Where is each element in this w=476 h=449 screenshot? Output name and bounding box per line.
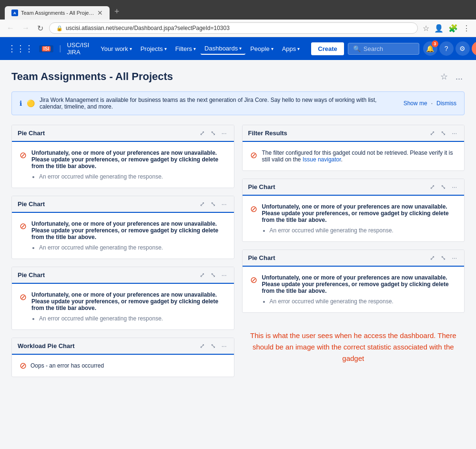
- forward-button[interactable]: →: [20, 23, 31, 33]
- page-header: Team Assignments - All Projects ☆ ...: [11, 70, 465, 84]
- gadget-fullscreen-right-1[interactable]: ⤡: [439, 183, 447, 191]
- more-options-button[interactable]: ⋮: [462, 23, 471, 34]
- address-bar[interactable]: 🔒 uscisi.atlassian.net/secure/Dashboard.…: [49, 22, 418, 34]
- gadget-more-3[interactable]: ···: [220, 271, 228, 279]
- logo-badge: ISI: [42, 46, 51, 51]
- gadget-title-workload: Workload Pie Chart: [18, 342, 75, 349]
- nav-menu: Your work ▾ Projects ▾ Filters ▾ Dashboa…: [97, 43, 304, 55]
- gadget-header-filter: Filter Results ⤢ ⤡ ···: [243, 125, 465, 142]
- url-text: uscisi.atlassian.net/secure/Dashboard.js…: [66, 25, 230, 31]
- banner-actions: Show me · Dismiss: [404, 100, 456, 107]
- gadget-body-1: ⊘ Unfortunately, one or more of your pre…: [12, 142, 234, 188]
- gadget-expand-2[interactable]: ⤢: [198, 200, 206, 208]
- gadget-controls-3: ⤢ ⤡ ···: [198, 271, 228, 279]
- gadget-body-filter: ⊘ The filter configured for this gadget …: [243, 142, 465, 170]
- dashboards-chevron: ▾: [239, 46, 242, 51]
- search-placeholder: Search: [364, 45, 383, 52]
- gadget-fullscreen-1[interactable]: ⤡: [209, 129, 217, 137]
- help-button[interactable]: ?: [439, 41, 454, 56]
- gadget-body-workload: ⊘ Oops - an error has occurred: [12, 355, 234, 377]
- pie-chart-gadget-right-1: Pie Chart ⤢ ⤡ ··· ⊘ Unfortunately, one o…: [242, 179, 465, 242]
- nav-apps-label: Apps: [282, 45, 296, 52]
- workload-error-text: Oops - an error has occurred: [30, 362, 104, 369]
- gadget-expand-3[interactable]: ⤢: [198, 271, 206, 279]
- star-button[interactable]: ☆: [438, 70, 450, 84]
- gadget-fullscreen-filter[interactable]: ⤡: [439, 129, 447, 137]
- new-tab-button[interactable]: +: [111, 4, 123, 20]
- gadget-expand-1[interactable]: ⤢: [198, 129, 206, 137]
- gadget-title-3: Pie Chart: [18, 271, 45, 279]
- create-button[interactable]: Create: [311, 42, 344, 55]
- error-text-right-2: Unfortunately, one or more of your prefe…: [262, 274, 457, 305]
- search-box[interactable]: 🔍 Search: [348, 43, 419, 55]
- gadget-more-filter[interactable]: ···: [450, 129, 458, 137]
- notifications-button[interactable]: 🔔 3: [423, 41, 437, 56]
- back-button[interactable]: ←: [5, 23, 16, 33]
- gadget-expand-workload[interactable]: ⤢: [198, 342, 206, 350]
- error-icon-2: ⊘: [20, 221, 27, 231]
- people-chevron: ▾: [271, 46, 273, 51]
- gadget-more-right-2[interactable]: ···: [450, 254, 458, 262]
- apps-grid-icon[interactable]: ⋮⋮⋮: [6, 41, 35, 56]
- gadget-more-2[interactable]: ···: [220, 200, 228, 208]
- nav-dashboards[interactable]: Dashboards ▾: [201, 43, 245, 55]
- nav-people[interactable]: People ▾: [246, 43, 277, 55]
- gadget-more-1[interactable]: ···: [220, 129, 228, 137]
- gadget-controls-2: ⤢ ⤡ ···: [198, 200, 228, 208]
- nav-projects[interactable]: Projects ▾: [137, 43, 171, 55]
- jira-work-management-icon: 🟡: [27, 100, 35, 107]
- page-more-button[interactable]: ...: [454, 70, 465, 84]
- extensions-button[interactable]: 🧩: [447, 23, 459, 34]
- jira-logo[interactable]: ISI: [39, 45, 53, 52]
- gadget-expand-right-2[interactable]: ⤢: [428, 254, 436, 262]
- filter-error-block: ⊘ The filter configured for this gadget …: [250, 150, 457, 163]
- gadget-controls-right-1: ⤢ ⤡ ···: [428, 183, 458, 191]
- error-block-2: ⊘ Unfortunately, one or more of your pre…: [20, 220, 226, 251]
- gadget-fullscreen-2[interactable]: ⤡: [209, 200, 217, 208]
- gadget-fullscreen-workload[interactable]: ⤡: [209, 342, 217, 350]
- tab-close-button[interactable]: ✕: [97, 9, 103, 17]
- pie-chart-gadget-2: Pie Chart ⤢ ⤡ ··· ⊘ Unfortunately, one o…: [11, 196, 234, 259]
- help-icon: ?: [445, 45, 448, 52]
- gadget-fullscreen-3[interactable]: ⤡: [209, 271, 217, 279]
- gadget-controls-right-2: ⤢ ⤡ ···: [428, 254, 458, 262]
- page-title: Team Assignments - All Projects: [11, 70, 173, 83]
- user-avatar[interactable]: U: [472, 41, 476, 56]
- nav-your-work[interactable]: Your work ▾: [97, 43, 135, 55]
- browser-tab-bar: A Team Assignments - All Projec... ✕ +: [5, 4, 471, 20]
- nav-filters[interactable]: Filters ▾: [172, 43, 200, 55]
- nav-filters-label: Filters: [175, 45, 192, 52]
- error-icon-right-1: ⊘: [250, 204, 257, 214]
- gadget-title-filter: Filter Results: [248, 130, 287, 137]
- error-detail-right-1: An error occurred while generating the r…: [270, 227, 457, 234]
- error-block-right-1: ⊘ Unfortunately, one or more of your pre…: [250, 203, 457, 234]
- gadget-expand-filter[interactable]: ⤢: [428, 129, 436, 137]
- gadget-fullscreen-right-2[interactable]: ⤡: [439, 254, 447, 262]
- workload-error-icon: ⊘: [20, 360, 27, 371]
- profile-button[interactable]: 👤: [433, 23, 445, 34]
- error-main-right-1: Unfortunately, one or more of your prefe…: [262, 203, 449, 223]
- ssl-lock-icon: 🔒: [56, 25, 63, 31]
- dismiss-button[interactable]: Dismiss: [436, 100, 456, 107]
- nav-apps[interactable]: Apps ▾: [278, 43, 304, 55]
- gadget-expand-right-1[interactable]: ⤢: [428, 183, 436, 191]
- settings-button[interactable]: ⚙: [456, 41, 470, 56]
- browser-chrome: A Team Assignments - All Projec... ✕ +: [0, 0, 476, 20]
- active-browser-tab[interactable]: A Team Assignments - All Projec... ✕: [5, 6, 110, 20]
- filter-error-suffix: .: [341, 156, 343, 163]
- bookmark-button[interactable]: ☆: [422, 23, 430, 34]
- gadget-more-workload[interactable]: ···: [220, 342, 228, 350]
- filter-results-gadget: Filter Results ⤢ ⤡ ··· ⊘ The filter conf…: [242, 125, 465, 171]
- browser-nav-bar: ← → ↻ 🔒 uscisi.atlassian.net/secure/Dash…: [0, 20, 476, 37]
- reload-button[interactable]: ↻: [35, 23, 45, 34]
- show-me-link[interactable]: Show me: [404, 100, 427, 107]
- error-main-right-2: Unfortunately, one or more of your prefe…: [262, 274, 449, 294]
- gadget-controls-workload: ⤢ ⤡ ···: [198, 342, 228, 350]
- filter-error-icon: ⊘: [250, 150, 257, 160]
- error-main-2: Unfortunately, one or more of your prefe…: [31, 220, 218, 240]
- notifications-badge: 3: [432, 40, 438, 47]
- gadget-more-right-1[interactable]: ···: [450, 183, 458, 191]
- gadget-controls-filter: ⤢ ⤡ ···: [428, 129, 458, 137]
- issue-navigator-link[interactable]: Issue navigator: [303, 156, 341, 163]
- pie-chart-gadget-1: Pie Chart ⤢ ⤡ ··· ⊘ Unfortunately, one o…: [11, 125, 234, 188]
